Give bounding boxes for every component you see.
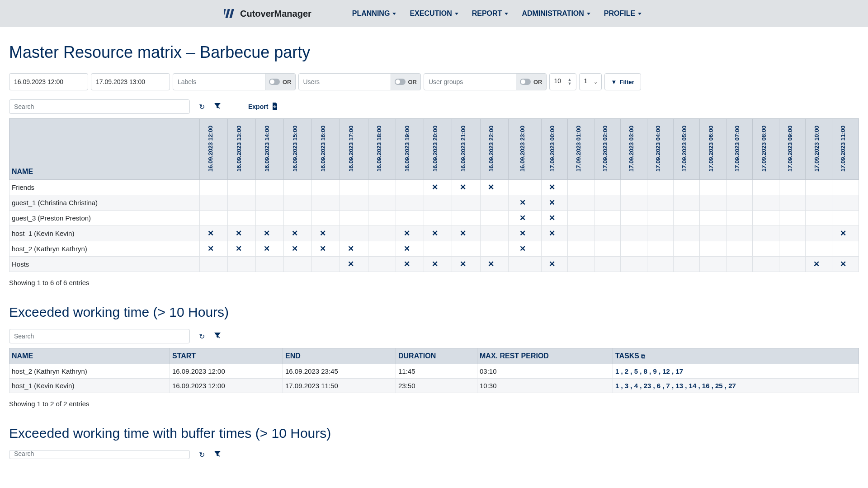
users-or-toggle[interactable]: OR [391,73,421,90]
matrix-cell-spacer [250,195,256,211]
matrix-cell-spacer [390,226,396,241]
matrix-search-input[interactable] [9,99,190,114]
matrix-time-header-spacer [642,119,647,180]
nav-item-execution[interactable]: EXECUTION [410,9,458,18]
nav-item-profile[interactable]: PROFILE [604,9,642,18]
matrix-time-header[interactable]: 17.09.2023 04:00 [647,119,669,180]
matrix-cell-spacer [250,180,256,195]
matrix-cell: ✕ [312,241,334,257]
matrix-cell-spacer [390,241,396,257]
date-start-input[interactable] [9,73,88,90]
matrix-cell-spacer [616,180,621,195]
matrix-cell: ✕ [452,180,474,195]
matrix-cell-spacer [537,195,542,211]
matrix-time-header[interactable]: 17.09.2023 10:00 [806,119,827,180]
matrix-time-header[interactable]: 16.09.2023 16:00 [312,119,334,180]
clear-filter-icon[interactable] [214,332,221,340]
exceeded-header[interactable]: END [283,348,396,364]
exceeded-buffer-search-input[interactable] [9,450,190,459]
matrix-time-header[interactable]: 16.09.2023 14:00 [256,119,278,180]
matrix-cell-spacer [854,195,859,211]
matrix-cell-spacer [390,195,396,211]
export-button[interactable]: Export [248,103,278,111]
exceeded-header[interactable]: TASKS⧉ [613,348,859,364]
svg-rect-0 [224,9,226,18]
users-input[interactable] [298,73,391,90]
filter-button[interactable]: ▼ Filter [604,73,641,90]
matrix-cell [753,195,774,211]
matrix-cell [200,257,222,272]
brand[interactable]: CutoverManager [224,9,311,19]
exceeded-header[interactable]: NAME [9,348,170,364]
matrix-time-header-spacer [669,119,674,180]
exceeded-header[interactable]: MAX. REST PERIOD [477,348,613,364]
nav-item-administration[interactable]: ADMINISTRATION [522,9,590,18]
exceeded-cell-tasks[interactable]: 1 , 2 , 5 , 8 , 9 , 12 , 17 [613,364,859,379]
matrix-time-header[interactable]: 17.09.2023 01:00 [568,119,590,180]
matrix-cell-spacer [250,257,256,272]
matrix-time-header[interactable]: 16.09.2023 19:00 [396,119,418,180]
funnel-icon: ▼ [611,79,617,85]
user-groups-input[interactable] [424,73,516,90]
matrix-time-header[interactable]: 16.09.2023 20:00 [424,119,446,180]
matrix-time-header[interactable]: 17.09.2023 02:00 [594,119,616,180]
matrix-time-header[interactable]: 17.09.2023 06:00 [700,119,722,180]
matrix-time-header[interactable]: 17.09.2023 03:00 [621,119,642,180]
exceeded-cell-rest: 10:30 [477,379,613,393]
matrix-time-header[interactable]: 16.09.2023 17:00 [340,119,362,180]
refresh-icon[interactable]: ↻ [199,332,205,341]
matrix-cell [806,241,827,257]
matrix-cell-spacer [722,180,726,195]
toggle-icon [395,79,406,85]
refresh-icon[interactable]: ↻ [199,450,205,459]
matrix-cell [200,180,222,195]
labels-or-toggle[interactable]: OR [265,73,296,90]
matrix-cell-spacer [748,211,753,226]
nav-item-planning[interactable]: PLANNING [352,9,396,18]
matrix-cell-spacer [616,257,621,272]
matrix-time-header[interactable]: 17.09.2023 09:00 [779,119,801,180]
exceeded-header[interactable]: START [170,348,283,364]
matrix-name-cell: host_2 (Kathryn Kathryn) [9,241,200,257]
matrix-time-header[interactable]: 16.09.2023 15:00 [284,119,306,180]
matrix-cell-spacer [446,226,452,241]
exceeded-header[interactable]: DURATION [396,348,477,364]
matrix-name-header[interactable]: NAME [9,119,200,180]
exceeded-search-input[interactable] [9,329,190,343]
matrix-time-header[interactable]: 16.09.2023 18:00 [368,119,390,180]
matrix-time-header[interactable]: 17.09.2023 05:00 [673,119,695,180]
refresh-icon[interactable]: ↻ [199,103,205,111]
matrix-time-header[interactable]: 16.09.2023 13:00 [228,119,250,180]
matrix-time-header[interactable]: 17.09.2023 07:00 [726,119,748,180]
nav-item-report[interactable]: REPORT [472,9,509,18]
clear-filter-icon[interactable] [214,103,221,111]
page-title: Master Resource matrix – Barbecue party [9,43,859,62]
matrix-cell [284,180,306,195]
clear-filter-icon[interactable] [214,450,221,459]
matrix-cell-spacer [362,180,368,195]
groups-or-toggle[interactable]: OR [516,73,547,90]
nav-items: PLANNINGEXECUTIONREPORTADMINISTRATIONPRO… [352,9,642,18]
matrix-time-header[interactable]: 17.09.2023 00:00 [541,119,563,180]
chevron-down-icon: ⌄ [594,79,598,85]
matrix-time-header[interactable]: 16.09.2023 12:00 [200,119,222,180]
matrix-time-header[interactable]: 16.09.2023 22:00 [480,119,502,180]
matrix-cell: ✕ [541,226,563,241]
labels-input[interactable] [173,73,265,90]
matrix-time-header[interactable]: 17.09.2023 08:00 [753,119,774,180]
matrix-cell [806,226,827,241]
spinner-controls-icon[interactable]: ▲▼ [568,74,575,90]
page-size-spinner[interactable]: 10 ▲▼ [549,73,576,90]
matrix-cell-spacer [334,241,340,257]
matrix-time-header[interactable]: 16.09.2023 23:00 [508,119,536,180]
column-select[interactable]: 1 ⌄ [579,73,602,90]
exceeded-cell-rest: 03:10 [477,364,613,379]
date-end-input[interactable] [91,73,170,90]
exceeded-row: host_2 (Kathryn Kathryn)16.09.2023 12:00… [9,364,859,379]
exceeded-cell-tasks[interactable]: 1 , 3 , 4 , 23 , 6 , 7 , 13 , 14 , 16 , … [613,379,859,393]
matrix-time-header[interactable]: 16.09.2023 21:00 [452,119,474,180]
brand-text: CutoverManager [240,9,311,19]
matrix-cell-spacer [801,241,806,257]
matrix-cell: ✕ [424,180,446,195]
matrix-time-header[interactable]: 17.09.2023 11:00 [832,119,854,180]
